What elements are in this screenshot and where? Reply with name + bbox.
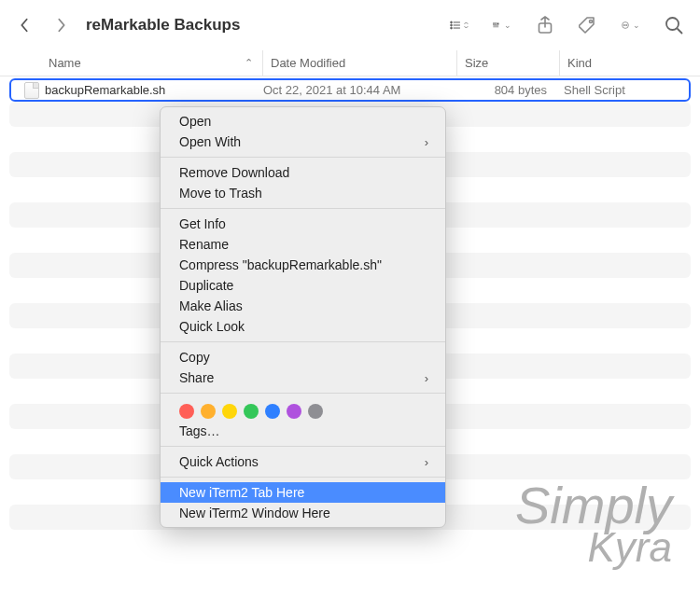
- chevron-right-icon: ›: [425, 455, 428, 469]
- group-button[interactable]: ⌄: [493, 17, 511, 34]
- tag-color-dot[interactable]: [287, 404, 301, 419]
- file-row[interactable]: backupRemarkable.sh Oct 22, 2021 at 10:4…: [9, 78, 691, 102]
- svg-point-2: [451, 27, 453, 29]
- svg-point-14: [623, 25, 624, 26]
- menu-separator: [161, 446, 445, 447]
- chevron-right-icon: ›: [425, 135, 428, 149]
- menu-separator: [161, 208, 445, 209]
- tag-color-dot[interactable]: [265, 404, 280, 419]
- folder-title: reMarkable Backups: [86, 16, 240, 35]
- file-kind: Shell Script: [560, 83, 689, 97]
- menu-quick-look[interactable]: Quick Look: [161, 316, 445, 337]
- chevron-right-icon: ›: [425, 371, 428, 385]
- menu-quick-actions[interactable]: Quick Actions›: [161, 451, 445, 472]
- tag-color-dot[interactable]: [244, 404, 259, 419]
- sort-asc-icon: ⌃: [245, 57, 253, 69]
- file-name-cell: backupRemarkable.sh: [11, 82, 263, 99]
- file-name: backupRemarkable.sh: [45, 83, 165, 97]
- tags-button[interactable]: [579, 17, 597, 34]
- svg-rect-8: [497, 23, 498, 24]
- svg-point-17: [666, 18, 679, 30]
- column-date[interactable]: Date Modified: [263, 50, 457, 76]
- menu-separator: [161, 341, 445, 342]
- share-button[interactable]: [536, 17, 554, 34]
- tag-color-dot[interactable]: [222, 404, 237, 419]
- file-size: 804 bytes: [457, 83, 560, 97]
- menu-share[interactable]: Share›: [161, 367, 445, 388]
- menu-remove-download[interactable]: Remove Download: [161, 162, 445, 183]
- search-button[interactable]: [665, 17, 683, 34]
- context-menu: Open Open With› Remove Download Move to …: [160, 106, 446, 528]
- svg-point-12: [590, 21, 593, 23]
- menu-iterm-tab[interactable]: New iTerm2 Tab Here: [161, 482, 445, 503]
- tag-color-row: [161, 398, 445, 421]
- tag-color-dot[interactable]: [179, 404, 194, 419]
- back-button[interactable]: [17, 18, 32, 33]
- menu-separator: [161, 477, 445, 478]
- script-file-icon: [24, 82, 39, 99]
- menu-open-with[interactable]: Open With›: [161, 132, 445, 152]
- menu-get-info[interactable]: Get Info: [161, 214, 445, 234]
- nav-arrows: [17, 18, 69, 33]
- updown-icon: [464, 19, 469, 32]
- menu-compress[interactable]: Compress "backupRemarkable.sh": [161, 255, 445, 275]
- toolbar-actions: ⌄ ⌄: [450, 17, 683, 34]
- chevron-down-icon: ⌄: [633, 21, 640, 30]
- menu-rename[interactable]: Rename: [161, 234, 445, 255]
- menu-iterm-window[interactable]: New iTerm2 Window Here: [161, 503, 445, 523]
- menu-open[interactable]: Open: [161, 111, 445, 132]
- svg-rect-6: [493, 23, 494, 24]
- empty-row: [9, 530, 691, 555]
- menu-tags[interactable]: Tags…: [161, 421, 445, 441]
- menu-separator: [161, 393, 445, 394]
- more-button[interactable]: ⌄: [622, 17, 640, 34]
- svg-rect-7: [496, 23, 497, 24]
- menu-separator: [161, 157, 445, 158]
- column-name[interactable]: Name⌃: [0, 50, 263, 76]
- file-date: Oct 22, 2021 at 10:44 AM: [263, 83, 457, 97]
- menu-move-trash[interactable]: Move to Trash: [161, 183, 445, 203]
- menu-make-alias[interactable]: Make Alias: [161, 296, 445, 316]
- menu-copy[interactable]: Copy: [161, 347, 445, 367]
- svg-line-18: [678, 29, 682, 34]
- tag-color-dot[interactable]: [201, 404, 216, 419]
- forward-button[interactable]: [54, 18, 69, 33]
- column-headers: Name⌃ Date Modified Size Kind: [0, 50, 700, 76]
- column-kind[interactable]: Kind: [560, 50, 700, 76]
- toolbar: reMarkable Backups ⌄ ⌄: [0, 0, 700, 50]
- menu-duplicate[interactable]: Duplicate: [161, 275, 445, 296]
- svg-point-15: [625, 25, 626, 26]
- svg-point-16: [626, 25, 627, 26]
- chevron-down-icon: ⌄: [504, 21, 511, 30]
- view-list-button[interactable]: [450, 17, 469, 34]
- tag-color-dot[interactable]: [308, 404, 323, 419]
- svg-point-0: [451, 21, 453, 23]
- svg-point-1: [451, 24, 453, 26]
- column-size[interactable]: Size: [457, 50, 560, 76]
